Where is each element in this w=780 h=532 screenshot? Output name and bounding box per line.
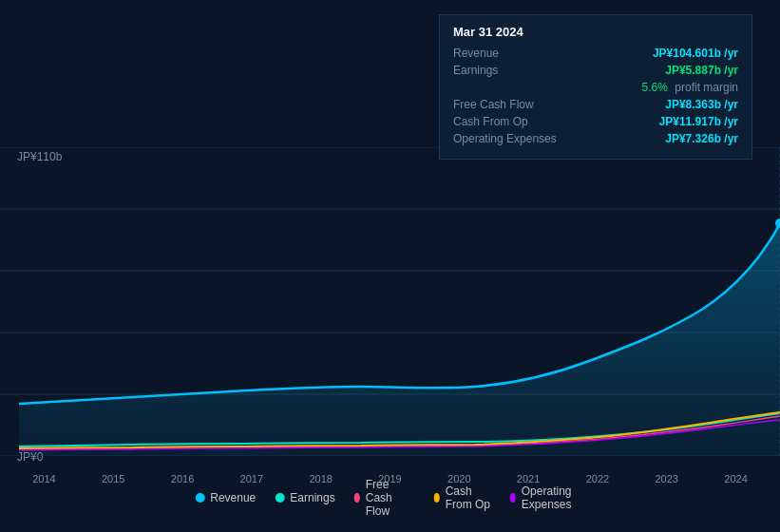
tooltip-cashfromop-row: Cash From Op JP¥11.917b /yr — [453, 115, 738, 128]
tooltip-cashfromop-unit: /yr — [724, 115, 738, 128]
legend-fcf-dot — [354, 493, 360, 503]
x-label-2022: 2022 — [586, 473, 609, 484]
legend-cashfromop[interactable]: Cash From Op — [434, 484, 491, 511]
tooltip-cashfromop-value: JP¥11.917b — [659, 115, 721, 128]
tooltip-earnings-unit: /yr — [724, 64, 738, 77]
legend-revenue-dot — [195, 493, 204, 503]
tooltip-earnings-value: JP¥5.887b — [665, 64, 721, 77]
tooltip-opex-label: Operating Expenses — [453, 132, 577, 145]
tooltip-revenue-row: Revenue JP¥104.601b /yr — [453, 47, 738, 60]
tooltip: Mar 31 2024 Revenue JP¥104.601b /yr Earn… — [439, 14, 752, 160]
legend-cashfromop-label: Cash From Op — [446, 484, 491, 511]
x-label-2024: 2024 — [724, 473, 747, 484]
tooltip-revenue-label: Revenue — [453, 47, 577, 60]
chart-legend: Revenue Earnings Free Cash Flow Cash Fro… — [195, 478, 585, 518]
tooltip-revenue-unit: /yr — [724, 47, 738, 60]
legend-opex-dot — [510, 493, 516, 503]
tooltip-opex-unit: /yr — [724, 132, 738, 145]
legend-revenue-label: Revenue — [210, 491, 256, 504]
revenue-end-dot — [775, 218, 780, 228]
tooltip-fcf-value: JP¥8.363b — [665, 98, 721, 111]
tooltip-fcf-unit: /yr — [724, 98, 738, 111]
chart-container: Mar 31 2024 Revenue JP¥104.601b /yr Earn… — [0, 0, 780, 532]
tooltip-fcf-row: Free Cash Flow JP¥8.363b /yr — [453, 98, 738, 111]
legend-earnings[interactable]: Earnings — [275, 491, 334, 504]
x-label-2016: 2016 — [171, 473, 194, 484]
x-label-2023: 2023 — [655, 473, 677, 484]
x-label-2015: 2015 — [102, 473, 124, 484]
tooltip-opex-row: Operating Expenses JP¥7.326b /yr — [453, 132, 738, 145]
tooltip-profit-pct: 5.6% — [642, 81, 668, 94]
chart-svg — [0, 147, 780, 456]
legend-fcf[interactable]: Free Cash Flow — [354, 478, 415, 518]
revenue-area — [19, 223, 780, 456]
legend-cashfromop-dot — [434, 493, 440, 503]
x-label-2014: 2014 — [32, 473, 55, 484]
legend-earnings-label: Earnings — [290, 491, 334, 504]
legend-opex-label: Operating Expenses — [522, 484, 585, 511]
tooltip-earnings-label: Earnings — [453, 64, 577, 77]
legend-revenue[interactable]: Revenue — [195, 491, 256, 504]
legend-fcf-label: Free Cash Flow — [366, 478, 415, 518]
tooltip-opex-value: JP¥7.326b — [665, 132, 721, 145]
legend-earnings-dot — [275, 493, 284, 503]
tooltip-earnings-row: Earnings JP¥5.887b /yr — [453, 64, 738, 77]
tooltip-fcf-label: Free Cash Flow — [453, 98, 577, 111]
tooltip-profit-label: profit margin — [675, 81, 738, 94]
tooltip-revenue-value: JP¥104.601b — [653, 47, 721, 60]
legend-opex[interactable]: Operating Expenses — [510, 484, 585, 511]
tooltip-cashfromop-label: Cash From Op — [453, 115, 577, 128]
tooltip-date: Mar 31 2024 — [453, 25, 738, 39]
tooltip-margin-row: 5.6% profit margin — [453, 81, 738, 94]
